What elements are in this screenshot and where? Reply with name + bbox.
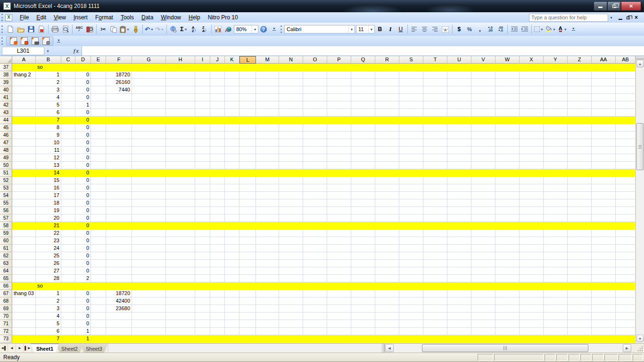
cell-I53[interactable]	[195, 184, 210, 192]
row-header-55[interactable]: 55	[0, 199, 12, 207]
menu-insert[interactable]: Insert	[70, 13, 91, 22]
cell-R39[interactable]	[375, 79, 399, 86]
cell-U63[interactable]	[447, 260, 471, 267]
row-header-64[interactable]: 64	[0, 267, 12, 275]
cell-K43[interactable]	[225, 109, 239, 116]
cell-Q47[interactable]	[351, 139, 375, 147]
column-header-AA[interactable]: AA	[592, 56, 616, 64]
cell-G41[interactable]	[132, 94, 166, 101]
cell-C46[interactable]	[61, 132, 75, 139]
cell-N50[interactable]	[279, 162, 303, 169]
cell-J54[interactable]	[210, 192, 225, 199]
cell-A37[interactable]	[12, 64, 36, 71]
cell-R43[interactable]	[375, 109, 399, 116]
cell-X59[interactable]	[520, 230, 544, 237]
cell-T40[interactable]	[423, 86, 447, 94]
cell-D47[interactable]: 0	[75, 139, 91, 147]
cell-J62[interactable]	[210, 252, 225, 260]
cell-J50[interactable]	[210, 162, 225, 169]
cell-V72[interactable]	[471, 328, 495, 335]
row-header-46[interactable]: 46	[0, 132, 12, 139]
cell-B57[interactable]: 20	[36, 214, 61, 222]
column-header-J[interactable]: J	[210, 56, 225, 64]
cell-O52[interactable]	[303, 177, 327, 184]
cell-O60[interactable]	[303, 237, 327, 245]
cell-Y62[interactable]	[544, 252, 568, 260]
cell-S64[interactable]	[399, 267, 423, 275]
cell-N73[interactable]	[279, 335, 303, 343]
cell-Y72[interactable]	[544, 328, 568, 335]
cell-F43[interactable]	[106, 109, 132, 116]
tab-sheet1[interactable]: Sheet1	[31, 344, 59, 353]
row-header-66[interactable]: 66	[0, 282, 12, 290]
cell-N70[interactable]	[279, 313, 303, 320]
cell-F63[interactable]	[106, 260, 132, 267]
cell-X54[interactable]	[520, 192, 544, 199]
cell-H53[interactable]	[166, 184, 195, 192]
cell-O51[interactable]	[303, 169, 327, 177]
minimize-button[interactable]	[594, 2, 607, 11]
cell-F42[interactable]	[106, 101, 132, 109]
cell-H67[interactable]	[166, 290, 195, 297]
cell-AB39[interactable]	[616, 79, 636, 86]
undo-dropdown-arrow[interactable]: ▼	[150, 28, 154, 31]
cell-U56[interactable]	[447, 207, 471, 214]
format-painter-button[interactable]	[131, 24, 140, 34]
cell-M56[interactable]	[256, 207, 279, 214]
column-header-D[interactable]: D	[75, 56, 91, 64]
cell-L42[interactable]	[239, 101, 256, 109]
cell-J66[interactable]	[210, 282, 225, 290]
cell-M49[interactable]	[256, 154, 279, 162]
cell-Q69[interactable]	[351, 305, 375, 313]
cell-AB63[interactable]	[616, 260, 636, 267]
cell-U47[interactable]	[447, 139, 471, 147]
cell-B63[interactable]: 26	[36, 260, 61, 267]
cell-C54[interactable]	[61, 192, 75, 199]
row-header-71[interactable]: 71	[0, 320, 12, 328]
paste-button[interactable]: ▼	[119, 24, 130, 34]
cell-I62[interactable]	[195, 252, 210, 260]
cell-A56[interactable]	[12, 207, 36, 214]
cell-L39[interactable]	[239, 79, 256, 86]
cell-L57[interactable]	[239, 214, 256, 222]
cell-AA71[interactable]	[592, 320, 616, 328]
cell-G64[interactable]	[132, 267, 166, 275]
cell-P56[interactable]	[327, 207, 351, 214]
cell-O69[interactable]	[303, 305, 327, 313]
cell-J45[interactable]	[210, 124, 225, 132]
cell-Z44[interactable]	[568, 116, 592, 124]
cell-E44[interactable]	[91, 116, 106, 124]
cell-Y59[interactable]	[544, 230, 568, 237]
cell-O46[interactable]	[303, 132, 327, 139]
cell-Y70[interactable]	[544, 313, 568, 320]
cell-M37[interactable]	[256, 64, 279, 71]
cell-H58[interactable]	[166, 222, 195, 230]
font-combobox[interactable]: Calibri ▼	[284, 25, 355, 33]
cell-M61[interactable]	[256, 245, 279, 252]
cell-T69[interactable]	[423, 305, 447, 313]
cell-K61[interactable]	[225, 245, 239, 252]
cell-C72[interactable]	[61, 328, 75, 335]
cell-AA43[interactable]	[592, 109, 616, 116]
cell-F70[interactable]	[106, 313, 132, 320]
cell-R58[interactable]	[375, 222, 399, 230]
row-header-59[interactable]: 59	[0, 230, 12, 237]
cell-E40[interactable]	[91, 86, 106, 94]
cell-I48[interactable]	[195, 147, 210, 154]
cell-P52[interactable]	[327, 177, 351, 184]
cell-L51[interactable]	[239, 169, 256, 177]
cell-AA65[interactable]	[592, 275, 616, 282]
cell-P41[interactable]	[327, 94, 351, 101]
cell-AA57[interactable]	[592, 214, 616, 222]
new-button[interactable]	[6, 24, 15, 34]
cell-I71[interactable]	[195, 320, 210, 328]
cell-E66[interactable]	[91, 282, 106, 290]
cell-T56[interactable]	[423, 207, 447, 214]
cell-E53[interactable]	[91, 184, 106, 192]
cell-J63[interactable]	[210, 260, 225, 267]
cell-B59[interactable]: 22	[36, 230, 61, 237]
cell-J39[interactable]	[210, 79, 225, 86]
row-header-48[interactable]: 48	[0, 147, 12, 154]
cell-Z53[interactable]	[568, 184, 592, 192]
cell-X51[interactable]	[520, 169, 544, 177]
